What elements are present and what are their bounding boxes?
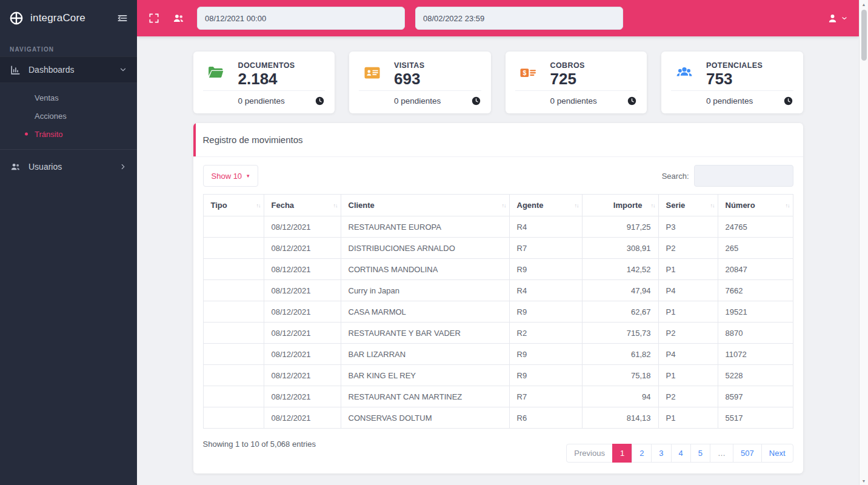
cell-tipo xyxy=(203,238,264,259)
sort-icon: ↑↓ xyxy=(502,202,506,209)
cell-importe: 75,18 xyxy=(582,365,658,386)
clock-icon[interactable] xyxy=(627,96,637,106)
cell-serie: P2 xyxy=(658,386,718,407)
cell-tipo xyxy=(203,344,264,365)
panel-accent-bar xyxy=(193,123,196,156)
sidebar-item-dashboards[interactable]: Dashboards xyxy=(0,56,137,83)
panel-header: Registro de movimientos xyxy=(193,123,803,157)
caret-down-icon: ▾ xyxy=(247,173,250,179)
sort-icon: ↑↓ xyxy=(333,202,338,209)
cell-agente: R7 xyxy=(509,386,582,407)
column-header-importe[interactable]: Importe↑↓ xyxy=(582,195,658,216)
scrollbar-thumb[interactable] xyxy=(861,10,867,61)
cell-cliente: RESTAURANTE Y BAR VADER xyxy=(341,323,509,344)
cell-agente: R6 xyxy=(509,407,582,429)
column-header-tipo[interactable]: Tipo↑↓ xyxy=(203,195,264,216)
cell-agente: R9 xyxy=(509,344,582,365)
column-header-agente[interactable]: Agente↑↓ xyxy=(509,195,582,216)
stat-pending: 0 pendientes xyxy=(394,96,441,105)
stat-card-visitas: VISITAS 693 0 pendientes xyxy=(349,52,491,113)
chart-icon xyxy=(10,64,21,76)
table-row: 08/12/2021 RESTAURANT CAN MARTINEZ R7 94… xyxy=(203,386,793,407)
stat-title: VISITAS xyxy=(394,59,425,70)
chevron-down-icon xyxy=(841,15,848,22)
scrollbar-down-arrow[interactable]: ▼ xyxy=(860,477,868,485)
sidebar-item-usuarios[interactable]: Usuarios xyxy=(0,153,137,180)
column-header-numero[interactable]: Número↑↓ xyxy=(718,195,793,216)
pagination-page-4[interactable]: 4 xyxy=(671,444,691,463)
cell-tipo xyxy=(203,301,264,323)
cell-fecha: 08/12/2021 xyxy=(264,238,341,259)
pagination-page-5[interactable]: 5 xyxy=(690,444,710,463)
sort-icon: ↑↓ xyxy=(256,202,261,209)
account-menu-button[interactable] xyxy=(826,12,848,25)
cell-fecha: 08/12/2021 xyxy=(264,301,341,323)
column-header-fecha[interactable]: Fecha↑↓ xyxy=(264,195,341,216)
stat-pending: 0 pendientes xyxy=(550,96,597,105)
dashboards-submenu: Ventas Acciones Tránsito xyxy=(0,83,137,149)
stat-value: 2.184 xyxy=(238,70,295,88)
table-row: 08/12/2021 CASA MARMOL R9 62,67 P1 19521 xyxy=(203,301,793,323)
sidebar-divider xyxy=(0,149,137,150)
pagination-page-1[interactable]: 1 xyxy=(612,444,632,463)
cell-fecha: 08/12/2021 xyxy=(264,386,341,407)
cell-numero: 8870 xyxy=(718,323,793,344)
scrollbar-up-arrow[interactable]: ▲ xyxy=(860,0,868,8)
agents-icon[interactable] xyxy=(172,12,185,25)
stat-pending: 0 pendientes xyxy=(238,96,285,105)
stat-card-potenciales: POTENCIALES 753 0 pendientes xyxy=(661,52,803,113)
date-from-input[interactable] xyxy=(197,7,405,30)
pagination-page-2[interactable]: 2 xyxy=(632,444,652,463)
pagination-page-3[interactable]: 3 xyxy=(651,444,671,463)
user-icon xyxy=(826,12,839,25)
pagination-page-507[interactable]: 507 xyxy=(733,444,762,463)
cell-tipo xyxy=(203,407,264,429)
cell-cliente: RESTAURANT CAN MARTINEZ xyxy=(341,386,509,407)
table-controls: Show 10 ▾ Search: xyxy=(203,165,793,187)
cell-numero: 19521 xyxy=(718,301,793,323)
search-input[interactable] xyxy=(694,165,793,187)
table-row: 08/12/2021 DISTRIBUCIONES ARNALDO R7 308… xyxy=(203,238,793,259)
table-row: 08/12/2021 CONSERVAS DOLTUM R6 814,13 P1… xyxy=(203,407,793,429)
sidebar-collapse-icon[interactable] xyxy=(116,12,129,24)
sidebar-item-label: Dashboards xyxy=(28,65,75,75)
sort-icon: ↑↓ xyxy=(786,202,790,209)
cell-importe: 308,91 xyxy=(582,238,658,259)
cell-cliente: DISTRIBUCIONES ARNALDO xyxy=(341,238,509,259)
sidebar-item-label: Usuarios xyxy=(28,162,62,172)
fullscreen-icon[interactable] xyxy=(148,12,160,24)
clock-icon[interactable] xyxy=(315,96,325,106)
cell-serie: P1 xyxy=(658,365,718,386)
cell-tipo xyxy=(203,216,264,238)
cell-agente: R9 xyxy=(509,301,582,323)
main-area: DOCUMENTOS 2.184 0 pendientes xyxy=(137,0,859,485)
clock-icon[interactable] xyxy=(783,96,793,106)
table-row: 08/12/2021 CORTINAS MANDOLINA R9 142,52 … xyxy=(203,259,793,280)
sidebar-item-transito[interactable]: Tránsito xyxy=(0,125,137,143)
brand-name: integraCore xyxy=(30,12,110,24)
stat-title: DOCUMENTOS xyxy=(238,59,295,70)
submenu-item-label: Tránsito xyxy=(35,130,62,139)
pagination-previous[interactable]: Previous xyxy=(566,444,613,463)
search-label: Search: xyxy=(662,172,689,181)
date-to-input[interactable] xyxy=(415,7,623,30)
show-entries-label: Show 10 xyxy=(212,172,242,181)
cell-cliente: BAR KING EL REY xyxy=(341,365,509,386)
clock-icon[interactable] xyxy=(471,96,481,106)
sort-icon: ↑↓ xyxy=(575,202,579,209)
pagination-next[interactable]: Next xyxy=(761,444,793,463)
sidebar-item-acciones[interactable]: Acciones xyxy=(0,107,137,125)
column-header-serie[interactable]: Serie↑↓ xyxy=(658,195,718,216)
cell-numero: 20847 xyxy=(718,259,793,280)
show-entries-dropdown[interactable]: Show 10 ▾ xyxy=(203,165,258,187)
cell-numero: 8597 xyxy=(718,386,793,407)
svg-text:$: $ xyxy=(522,69,526,76)
sidebar-item-ventas[interactable]: Ventas xyxy=(0,89,137,107)
cell-fecha: 08/12/2021 xyxy=(264,365,341,386)
cell-agente: R7 xyxy=(509,238,582,259)
column-header-cliente[interactable]: Cliente↑↓ xyxy=(341,195,509,216)
users-group-icon xyxy=(671,59,697,88)
cell-agente: R4 xyxy=(509,280,582,301)
cell-numero: 5517 xyxy=(718,407,793,429)
cell-serie: P3 xyxy=(658,216,718,238)
